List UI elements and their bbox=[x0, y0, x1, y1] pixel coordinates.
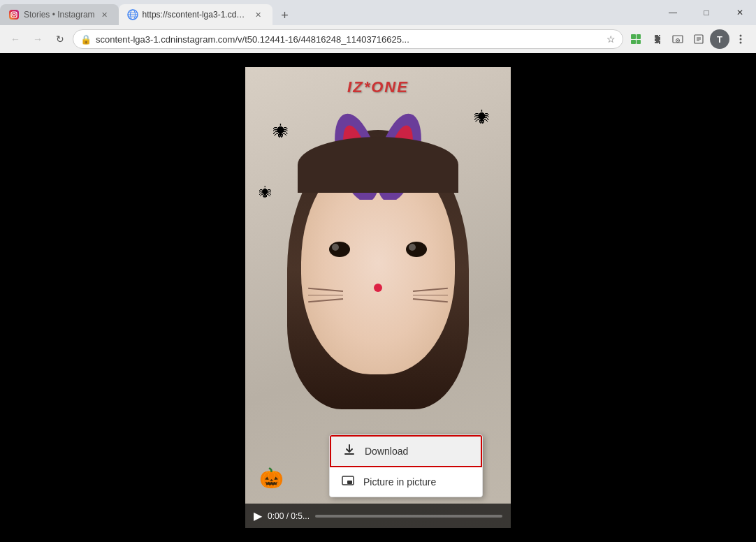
svg-rect-0 bbox=[9, 10, 19, 20]
video-controls: ▶ 0:00 / 0:5... bbox=[245, 504, 511, 528]
extensions-button[interactable] bbox=[647, 29, 667, 49]
eyes bbox=[329, 242, 427, 257]
minimize-button[interactable]: — bbox=[657, 0, 689, 25]
pip-icon bbox=[341, 474, 355, 490]
bookmark-icon[interactable]: ☆ bbox=[606, 34, 616, 45]
svg-rect-31 bbox=[347, 481, 352, 484]
svg-point-3 bbox=[15, 12, 17, 13]
toolbar-icons: T bbox=[626, 29, 750, 49]
puzzle-icon bbox=[651, 34, 662, 45]
svg-point-16 bbox=[740, 35, 742, 37]
lock-icon: 🔒 bbox=[80, 34, 92, 45]
context-menu: Download Picture in picture bbox=[329, 434, 483, 497]
pumpkin-decoration: 🎃 bbox=[259, 467, 284, 490]
maximize-button[interactable]: □ bbox=[690, 0, 722, 25]
address-bar-row: ← → ↻ 🔒 scontent-lga3-1.cdninstagram.com… bbox=[0, 25, 756, 53]
grid-apps-button[interactable] bbox=[626, 29, 646, 49]
whiskers bbox=[308, 291, 448, 300]
spider-top-left: 🕷 bbox=[273, 123, 289, 141]
tab-close-instagram[interactable]: ✕ bbox=[99, 9, 110, 20]
cast-icon bbox=[672, 34, 683, 45]
profile-avatar[interactable]: T bbox=[710, 29, 729, 49]
download-label: Download bbox=[365, 446, 408, 457]
tab-cdn[interactable]: https://scontent-lga3-1.cdninsta... ✕ bbox=[119, 4, 272, 25]
tab-instagram[interactable]: Stories • Instagram ✕ bbox=[0, 4, 119, 25]
time-display: 0:00 / 0:5... bbox=[268, 511, 310, 521]
tab-title-instagram: Stories • Instagram bbox=[24, 10, 95, 20]
tab-close-cdn[interactable]: ✕ bbox=[253, 9, 264, 20]
pip-label: Picture in picture bbox=[363, 476, 436, 488]
menu-button[interactable] bbox=[731, 29, 750, 49]
new-tab-button[interactable]: + bbox=[275, 6, 295, 25]
browser-chrome: Stories • Instagram ✕ https://scontent-l… bbox=[0, 0, 756, 53]
reading-list-button[interactable] bbox=[689, 29, 708, 49]
svg-point-11 bbox=[677, 40, 678, 41]
close-button[interactable]: ✕ bbox=[724, 0, 756, 25]
reload-button[interactable]: ↻ bbox=[50, 29, 70, 49]
window-controls: — □ ✕ bbox=[657, 0, 756, 25]
address-bar[interactable]: 🔒 scontent-lga3-1.cdninstagram.com/v/t50… bbox=[73, 29, 623, 49]
list-icon bbox=[693, 34, 704, 45]
spider-mid-left: 🕷 bbox=[259, 186, 272, 200]
svg-point-17 bbox=[740, 38, 742, 41]
kebab-menu-icon bbox=[739, 34, 742, 45]
video-player[interactable]: IZ*ONE 🕷 🕷 🕷 bbox=[245, 67, 511, 528]
izzone-logo: IZ*ONE bbox=[347, 78, 409, 96]
play-button[interactable]: ▶ bbox=[254, 509, 262, 522]
forward-button[interactable]: → bbox=[28, 29, 48, 49]
spider-top-right: 🕷 bbox=[474, 109, 490, 127]
progress-bar[interactable] bbox=[315, 515, 502, 518]
download-menu-item[interactable]: Download bbox=[330, 435, 482, 467]
pip-menu-item[interactable]: Picture in picture bbox=[330, 467, 482, 497]
instagram-favicon bbox=[8, 9, 20, 20]
media-router-button[interactable] bbox=[668, 29, 688, 49]
main-content: IZ*ONE 🕷 🕷 🕷 bbox=[0, 53, 756, 542]
back-button[interactable]: ← bbox=[6, 29, 25, 49]
hair-front bbox=[298, 137, 458, 193]
globe-favicon bbox=[127, 9, 138, 20]
download-icon bbox=[342, 444, 356, 459]
tab-title-cdn: https://scontent-lga3-1.cdninsta... bbox=[143, 10, 249, 20]
tab-bar: Stories • Instagram ✕ https://scontent-l… bbox=[0, 0, 756, 25]
url-text: scontent-lga3-1.cdninstagram.com/v/t50.1… bbox=[96, 34, 602, 45]
svg-point-18 bbox=[740, 42, 742, 44]
grid-icon bbox=[631, 34, 641, 44]
